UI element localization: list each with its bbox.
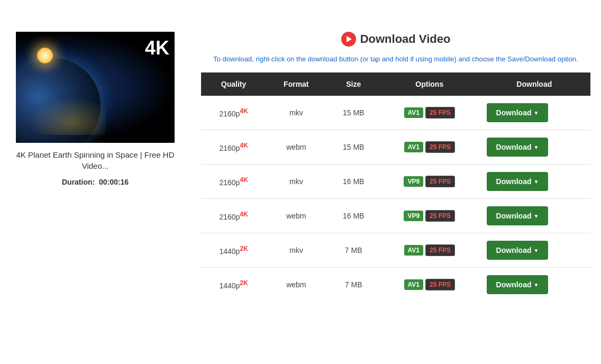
download-cell[interactable]: Download ▼ xyxy=(478,165,590,199)
quality-value: 1440p xyxy=(219,281,240,290)
options-cell: AV1 25 FPS xyxy=(381,268,478,302)
codec-badge: AV1 xyxy=(404,279,423,290)
options-cell: AV1 25 FPS xyxy=(381,96,478,130)
city-lights-overlay xyxy=(21,93,106,135)
size-cell: 16 MB xyxy=(326,199,381,233)
download-cell[interactable]: Download ▼ xyxy=(478,233,590,268)
download-button[interactable]: Download ▼ xyxy=(487,138,549,157)
col-download: Download xyxy=(478,72,590,96)
table-row: 2160p4Kmkv15 MB AV1 25 FPS Download ▼ xyxy=(201,96,590,130)
download-arrow-icon: ▼ xyxy=(534,282,539,288)
table-body: 2160p4Kmkv15 MB AV1 25 FPS Download ▼ 21… xyxy=(201,96,590,302)
download-label: Download xyxy=(496,280,532,289)
video-duration: Duration: 00:00:16 xyxy=(62,178,129,186)
download-button[interactable]: Download ▼ xyxy=(487,172,549,191)
format-cell: mkv xyxy=(266,165,326,199)
fps-badge: 25 FPS xyxy=(425,279,455,290)
fps-badge: 25 FPS xyxy=(425,141,455,153)
options-cell: AV1 25 FPS xyxy=(381,130,478,165)
play-icon xyxy=(341,32,356,47)
table-row: 2160p4Kmkv16 MB VP9 25 FPS Download ▼ xyxy=(201,165,590,199)
quality-badge: 4K xyxy=(240,142,248,149)
left-panel: 4K 4K Planet Earth Spinning in Space | F… xyxy=(11,32,180,302)
size-cell: 7 MB xyxy=(326,268,381,302)
duration-label: Duration: xyxy=(62,178,95,186)
download-label: Download xyxy=(496,177,532,186)
fps-badge: 25 FPS xyxy=(425,210,455,222)
col-size: Size xyxy=(326,72,381,96)
download-arrow-icon: ▼ xyxy=(534,213,539,219)
quality-badge: 4K xyxy=(240,176,248,184)
download-label: Download xyxy=(496,212,532,220)
download-cell[interactable]: Download ▼ xyxy=(478,199,590,233)
download-label: Download xyxy=(496,108,532,117)
quality-cell: 2160p4K xyxy=(201,165,266,199)
options-cell: VP9 25 FPS xyxy=(381,199,478,233)
col-format: Format xyxy=(266,72,326,96)
video-thumbnail: 4K xyxy=(16,32,175,143)
quality-badge: 4K xyxy=(240,107,248,115)
size-cell: 7 MB xyxy=(326,233,381,268)
quality-cell: 2160p4K xyxy=(201,130,266,165)
video-title: 4K Planet Earth Spinning in Space | Free… xyxy=(11,149,180,171)
quality-cell: 1440p2K xyxy=(201,268,266,302)
table-row: 1440p2Kwebm7 MB AV1 25 FPS Download ▼ xyxy=(201,268,590,302)
download-table: Quality Format Size Options Download 216… xyxy=(201,72,590,302)
fps-badge: 25 FPS xyxy=(425,176,455,187)
download-button[interactable]: Download ▼ xyxy=(487,206,549,225)
quality-cell: 1440p2K xyxy=(201,233,266,268)
col-quality: Quality xyxy=(201,72,266,96)
table-row: 1440p2Kmkv7 MB AV1 25 FPS Download ▼ xyxy=(201,233,590,268)
download-label: Download xyxy=(496,143,532,151)
download-button[interactable]: Download ▼ xyxy=(487,103,549,122)
section-title-text: Download Video xyxy=(360,32,451,46)
quality-value: 2160p xyxy=(219,144,240,152)
options-cell: VP9 25 FPS xyxy=(381,165,478,199)
quality-cell: 2160p4K xyxy=(201,96,266,130)
size-cell: 15 MB xyxy=(326,96,381,130)
right-panel: Download Video To download, right-click … xyxy=(201,32,590,302)
format-cell: mkv xyxy=(266,96,326,130)
codec-badge: VP9 xyxy=(404,176,423,187)
format-cell: webm xyxy=(266,130,326,165)
download-cell[interactable]: Download ▼ xyxy=(478,96,590,130)
download-arrow-icon: ▼ xyxy=(534,144,539,150)
quality-cell: 2160p4K xyxy=(201,199,266,233)
format-cell: webm xyxy=(266,268,326,302)
instruction-text: To download, right-click on the download… xyxy=(213,55,578,63)
download-cell[interactable]: Download ▼ xyxy=(478,268,590,302)
size-cell: 15 MB xyxy=(326,130,381,165)
download-label: Download xyxy=(496,246,532,254)
section-title: Download Video xyxy=(341,32,451,47)
quality-badge: 4K xyxy=(240,211,248,218)
format-cell: webm xyxy=(266,199,326,233)
quality-badge: 2K xyxy=(240,279,248,287)
download-arrow-icon: ▼ xyxy=(534,179,539,185)
download-arrow-icon: ▼ xyxy=(534,110,539,116)
quality-badge: 2K xyxy=(240,245,248,252)
download-cell[interactable]: Download ▼ xyxy=(478,130,590,165)
download-arrow-icon: ▼ xyxy=(534,248,539,253)
format-cell: mkv xyxy=(266,233,326,268)
codec-badge: AV1 xyxy=(404,142,423,152)
table-header: Quality Format Size Options Download xyxy=(201,72,590,96)
fps-badge: 25 FPS xyxy=(425,244,455,256)
fps-badge: 25 FPS xyxy=(425,107,455,119)
size-cell: 16 MB xyxy=(326,165,381,199)
thumbnail-4k-label: 4K xyxy=(145,37,169,59)
quality-value: 1440p xyxy=(219,247,240,256)
options-cell: AV1 25 FPS xyxy=(381,233,478,268)
codec-badge: VP9 xyxy=(404,211,423,221)
download-button[interactable]: Download ▼ xyxy=(487,241,549,260)
duration-value: 00:00:16 xyxy=(99,178,129,186)
table-row: 2160p4Kwebm15 MB AV1 25 FPS Download ▼ xyxy=(201,130,590,165)
download-button[interactable]: Download ▼ xyxy=(487,275,549,294)
col-options: Options xyxy=(381,72,478,96)
codec-badge: AV1 xyxy=(404,107,423,118)
quality-value: 2160p xyxy=(219,110,240,118)
quality-value: 2160p xyxy=(219,178,240,187)
codec-badge: AV1 xyxy=(404,245,423,256)
quality-value: 2160p xyxy=(219,213,240,221)
table-row: 2160p4Kwebm16 MB VP9 25 FPS Download ▼ xyxy=(201,199,590,233)
